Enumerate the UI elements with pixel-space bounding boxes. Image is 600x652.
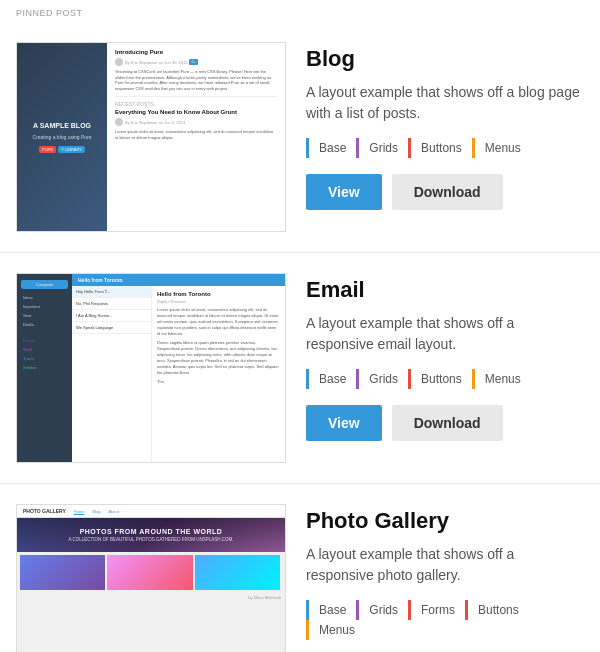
email-main: Hello from Toronto Hey Hello From T... N… bbox=[72, 274, 285, 462]
email-body: Hey Hello From T... No, Phil Requests I … bbox=[72, 286, 285, 462]
email-card: Compose Inbox Important Sent Drafts Pers… bbox=[0, 253, 600, 484]
email-tag-base: Base bbox=[306, 369, 356, 389]
blog-tags: PURE Y LIBRARY bbox=[39, 146, 85, 153]
gallery-desc: A layout example that shows off a respon… bbox=[306, 544, 584, 586]
post1-text: Yesterday at CSSConf, we launched Pure —… bbox=[115, 69, 277, 91]
gallery-tag-buttons: Buttons bbox=[465, 600, 529, 620]
email-content-body: Lorem ipsum dolor sit amet, consectetur … bbox=[157, 307, 280, 337]
gallery-tag-base: Base bbox=[306, 600, 356, 620]
post2-meta: By Eric Skydancer on Jun 6, 2013 bbox=[115, 118, 277, 126]
email-list: Hey Hello From T... No, Phil Requests I … bbox=[72, 286, 152, 462]
gallery-hero-sub: A COLLECTION OF BEAUTIFUL PHOTOS GATHERE… bbox=[25, 537, 277, 542]
email-view-button[interactable]: View bbox=[306, 405, 382, 441]
gallery-mockup: PHOTO GALLERY Home Blog About PHOTOS FRO… bbox=[17, 505, 285, 652]
tag-pure: PURE bbox=[39, 146, 56, 153]
sidebar-inbox: Inbox bbox=[21, 293, 68, 302]
blog-actions: View Download bbox=[306, 174, 584, 210]
sidebar-work: Work bbox=[21, 345, 68, 354]
blog-sidebar-sub: Creating a blog using Pure bbox=[32, 134, 91, 140]
email-content-sig: Thx. bbox=[157, 379, 280, 385]
blog-desc: A layout example that shows off a blog p… bbox=[306, 82, 584, 124]
sidebar-sidebar: Sidebar bbox=[21, 363, 68, 372]
email-actions: View Download bbox=[306, 405, 584, 441]
tag-library: Y LIBRARY bbox=[58, 146, 85, 153]
tag-grids: Grids bbox=[356, 138, 408, 158]
sidebar-travis: Travis bbox=[21, 354, 68, 363]
blog-sidebar-title: A SAMPLE BLOG bbox=[33, 121, 91, 130]
email-preview: Compose Inbox Important Sent Drafts Pers… bbox=[16, 273, 286, 463]
blog-preview: A SAMPLE BLOG Creating a blog using Pure… bbox=[16, 42, 286, 232]
post1-title: Introducing Pure bbox=[115, 49, 277, 55]
email-desc: A layout example that shows off a respon… bbox=[306, 313, 584, 355]
email-tag-menus: Menus bbox=[472, 369, 531, 389]
email-content-meta: Reply • Forward bbox=[157, 299, 280, 304]
post2-title: Everything You Need to Know About Grunt bbox=[115, 109, 277, 115]
gallery-card: PHOTO GALLERY Home Blog About PHOTOS FRO… bbox=[0, 484, 600, 652]
email-info: Email A layout example that shows off a … bbox=[306, 273, 584, 463]
email-tag-grids: Grids bbox=[356, 369, 408, 389]
author-avatar bbox=[115, 58, 123, 66]
gallery-nav-blog: Blog bbox=[92, 509, 100, 514]
gallery-preview: PHOTO GALLERY Home Blog About PHOTOS FRO… bbox=[16, 504, 286, 652]
gallery-cell-3 bbox=[195, 555, 280, 590]
email-list-item-4: We Speak Language bbox=[72, 322, 151, 334]
blog-sidebar: A SAMPLE BLOG Creating a blog using Pure… bbox=[17, 43, 107, 231]
sidebar-sent: Sent bbox=[21, 311, 68, 320]
email-sidebar: Compose Inbox Important Sent Drafts Pers… bbox=[17, 274, 72, 462]
tag-buttons: Buttons bbox=[408, 138, 472, 158]
email-list-item-2: No, Phil Requests bbox=[72, 298, 151, 310]
sidebar-drafts: Drafts bbox=[21, 320, 68, 329]
tag-base: Base bbox=[306, 138, 356, 158]
blog-content: Introducing Pure By Eric Skydancer on Ju… bbox=[107, 43, 285, 231]
gallery-caption: by Dillon McIntosh bbox=[17, 593, 285, 602]
post2-text: Lorem ipsum dolor sit amet, consectetur … bbox=[115, 129, 277, 140]
blog-tags-row: Base Grids Buttons Menus bbox=[306, 138, 584, 158]
tag-menus: Menus bbox=[472, 138, 531, 158]
email-content-body-2: Donec sagittis libero ut quam pharetra p… bbox=[157, 340, 280, 376]
pinned-label: PINNED POST bbox=[0, 0, 600, 18]
blog-card: A SAMPLE BLOG Creating a blog using Pure… bbox=[0, 22, 600, 253]
gallery-nav: PHOTO GALLERY Home Blog About bbox=[17, 505, 285, 518]
gallery-tag-menus: Menus bbox=[306, 620, 365, 640]
gallery-grid bbox=[17, 552, 285, 593]
email-list-item-1: Hey Hello From T... bbox=[72, 286, 151, 298]
sidebar-important: Important bbox=[21, 302, 68, 311]
gallery-brand: PHOTO GALLERY bbox=[23, 508, 66, 514]
email-tags-row: Base Grids Buttons Menus bbox=[306, 369, 584, 389]
email-tag-buttons: Buttons bbox=[408, 369, 472, 389]
blog-download-button[interactable]: Download bbox=[392, 174, 503, 210]
gallery-nav-about: About bbox=[108, 509, 118, 514]
gallery-tag-forms: Forms bbox=[408, 600, 465, 620]
post1-meta: By Eric Skydancer on Jun 30, 2013 G+ bbox=[115, 58, 277, 66]
email-mockup: Compose Inbox Important Sent Drafts Pers… bbox=[17, 274, 285, 462]
email-download-button[interactable]: Download bbox=[392, 405, 503, 441]
compose-btn: Compose bbox=[21, 280, 68, 289]
gallery-nav-home: Home bbox=[74, 509, 85, 514]
gallery-cell-2 bbox=[107, 555, 192, 590]
email-content-title: Hello from Toronto bbox=[157, 291, 280, 297]
blog-title: Blog bbox=[306, 46, 584, 72]
gallery-info: Photo Gallery A layout example that show… bbox=[306, 504, 584, 652]
email-list-item-3: I Am A Blog Somm... bbox=[72, 310, 151, 322]
blog-info: Blog A layout example that shows off a b… bbox=[306, 42, 584, 232]
gallery-hero-title: PHOTOS FROM AROUND THE WORLD bbox=[25, 528, 277, 535]
gallery-tag-grids: Grids bbox=[356, 600, 408, 620]
gallery-cell-1 bbox=[20, 555, 105, 590]
email-title: Email bbox=[306, 277, 584, 303]
email-content-area: Hello from Toronto Reply • Forward Lorem… bbox=[152, 286, 285, 462]
author-avatar-2 bbox=[115, 118, 123, 126]
gallery-tags-row: Base Grids Forms Buttons Menus bbox=[306, 600, 584, 640]
gallery-title: Photo Gallery bbox=[306, 508, 584, 534]
email-header: Hello from Toronto bbox=[72, 274, 285, 286]
blog-view-button[interactable]: View bbox=[306, 174, 382, 210]
gallery-hero: PHOTOS FROM AROUND THE WORLD A COLLECTIO… bbox=[17, 518, 285, 552]
